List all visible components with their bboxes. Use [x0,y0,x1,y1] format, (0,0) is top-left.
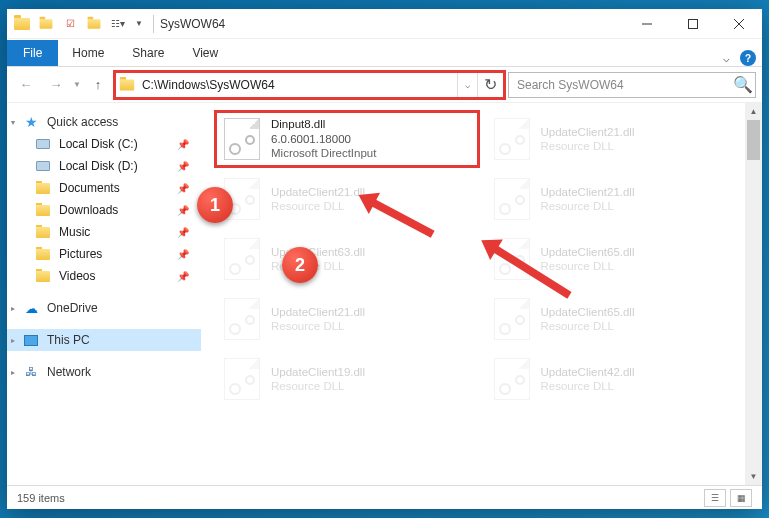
dll-file-icon [221,298,263,340]
sidebar-item[interactable]: Videos📌 [7,265,201,287]
onedrive-icon: ☁ [23,300,39,316]
qat-customize[interactable]: ▼ [135,19,143,28]
nav-back[interactable]: ← [13,72,39,98]
tab-home[interactable]: Home [58,42,118,66]
thispc-icon [23,332,39,348]
pin-icon: 📌 [177,227,189,238]
qat-new-folder[interactable] [83,13,105,35]
sidebar-quick-access[interactable]: ▾ ★ Quick access [7,111,201,133]
window-title: SysWOW64 [160,17,225,31]
nav-history[interactable]: ▼ [73,80,81,89]
folder-icon [35,224,51,240]
refresh-button[interactable]: ↻ [477,73,503,97]
sidebar-this-pc[interactable]: ▸This PC [7,329,201,351]
scroll-up[interactable]: ▲ [745,103,762,120]
file-item[interactable]: UpdateClient65.dllResource DLL [487,293,747,345]
folder-icon [35,246,51,262]
pin-icon: 📌 [177,161,189,172]
search-placeholder: Search SysWOW64 [509,78,731,92]
content-pane[interactable]: Dinput8.dll 6.0.6001.18000 Microsoft Dir… [201,103,762,485]
help-icon[interactable]: ? [740,50,756,66]
file-item[interactable]: UpdateClient21.dllResource DLL [217,173,477,225]
annotation-marker-2: 2 [282,247,318,283]
sidebar-item[interactable]: Local Disk (D:)📌 [7,155,201,177]
status-bar: 159 items ☰ ▦ [7,485,762,509]
tab-file[interactable]: File [7,40,58,66]
ribbon-tabs: File Home Share View ⌵ ? [7,39,762,67]
ribbon-expand[interactable]: ⌵ [723,52,730,65]
body: ▾ ★ Quick access Local Disk (C:)📌 Local … [7,103,762,485]
maximize-button[interactable] [670,9,716,39]
folder-icon [35,180,51,196]
file-item[interactable]: UpdateClient42.dllResource DLL [487,353,747,405]
folder-icon [35,268,51,284]
address-folder-icon [116,79,138,91]
pin-icon: 📌 [177,205,189,216]
view-details-button[interactable]: ☰ [704,489,726,507]
file-description: Microsoft DirectInput [271,146,376,160]
pin-icon: 📌 [177,183,189,194]
scroll-thumb[interactable] [747,120,760,160]
star-icon: ★ [23,114,39,130]
sidebar-item[interactable]: Pictures📌 [7,243,201,265]
dll-file-icon [221,238,263,280]
pin-icon: 📌 [177,249,189,260]
address-bar[interactable]: C:\Windows\SysWOW64 ⌵ ↻ [115,72,504,98]
sidebar-item[interactable]: Music📌 [7,221,201,243]
pin-icon: 📌 [177,271,189,282]
address-text[interactable]: C:\Windows\SysWOW64 [138,78,457,92]
qat-properties[interactable] [35,13,57,35]
sidebar-item[interactable]: Downloads📌 [7,199,201,221]
address-dropdown[interactable]: ⌵ [457,73,477,97]
folder-icon [35,202,51,218]
explorer-window: ☑ ☷▾ ▼ SysWOW64 File Home Share View ⌵ ?… [7,9,762,509]
scroll-track[interactable] [745,120,762,468]
file-item[interactable]: UpdateClient21.dllResource DLL [487,173,747,225]
drive-icon [35,158,51,174]
title-bar: ☑ ☷▾ ▼ SysWOW64 [7,9,762,39]
sidebar-item[interactable]: Documents📌 [7,177,201,199]
dll-file-icon [221,118,263,160]
nav-forward: → [43,72,69,98]
annotation-marker-1: 1 [197,187,233,223]
svg-rect-1 [689,19,698,28]
file-item[interactable]: UpdateClient63.dllResource DLL [217,233,477,285]
file-item[interactable]: UpdateClient19.dllResource DLL [217,353,477,405]
tab-view[interactable]: View [178,42,232,66]
file-item[interactable]: UpdateClient65.dllResource DLL [487,233,747,285]
item-count: 159 items [17,492,65,504]
dll-file-icon [491,118,533,160]
close-button[interactable] [716,9,762,39]
minimize-button[interactable] [624,9,670,39]
scroll-down[interactable]: ▼ [745,468,762,485]
file-name: Dinput8.dll [271,117,376,131]
sidebar-item[interactable]: Local Disk (C:)📌 [7,133,201,155]
qat-view[interactable]: ☷▾ [107,13,129,35]
tab-share[interactable]: Share [118,42,178,66]
file-item[interactable]: UpdateClient21.dllResource DLL [487,113,747,165]
dll-file-icon [491,178,533,220]
qat-check[interactable]: ☑ [59,13,81,35]
file-item[interactable]: UpdateClient21.dllResource DLL [217,293,477,345]
dll-file-icon [221,358,263,400]
nav-up[interactable]: ↑ [85,72,111,98]
file-item-highlighted[interactable]: Dinput8.dll 6.0.6001.18000 Microsoft Dir… [217,113,477,165]
sidebar-onedrive[interactable]: ▸☁OneDrive [7,297,201,319]
network-icon: 🖧 [23,364,39,380]
file-version: 6.0.6001.18000 [271,132,376,146]
drive-icon [35,136,51,152]
dll-file-icon [491,358,533,400]
pin-icon: 📌 [177,139,189,150]
window-icon [11,13,33,35]
view-icons-button[interactable]: ▦ [730,489,752,507]
dll-file-icon [491,298,533,340]
sidebar-network[interactable]: ▸🖧Network [7,361,201,383]
nav-pane: ▾ ★ Quick access Local Disk (C:)📌 Local … [7,103,201,485]
search-box[interactable]: Search SysWOW64 🔍 [508,72,756,98]
nav-bar: ← → ▼ ↑ C:\Windows\SysWOW64 ⌵ ↻ Search S… [7,67,762,103]
vertical-scrollbar[interactable]: ▲ ▼ [745,103,762,485]
search-icon[interactable]: 🔍 [731,75,755,94]
